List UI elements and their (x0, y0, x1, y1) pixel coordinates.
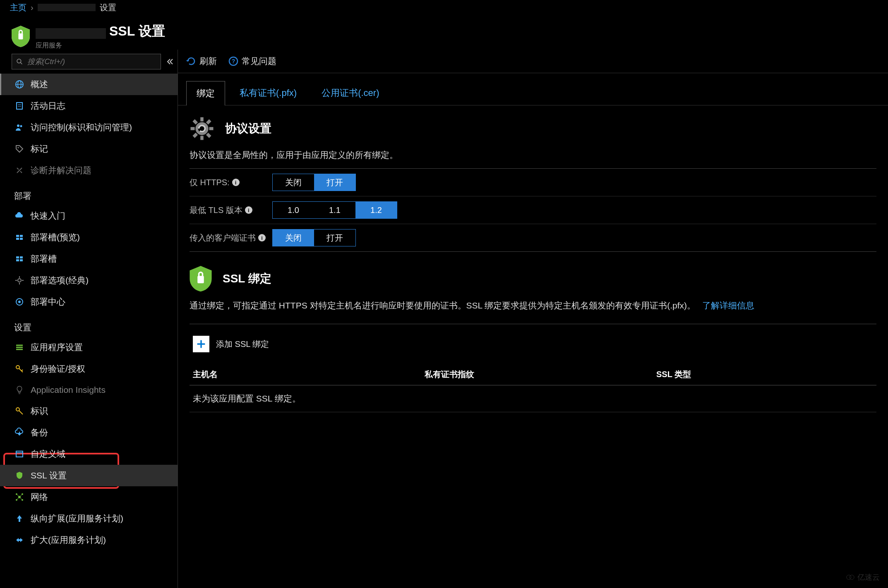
help-icon: ? (228, 56, 238, 59)
search-input[interactable] (27, 57, 156, 60)
svg-text:?: ? (232, 58, 235, 59)
breadcrumb: 主页 › 设置 (0, 0, 888, 15)
refresh-label: 刷新 (199, 55, 217, 59)
main-content: 刷新 ? 常见问题 绑定私有证书(.pfx)公用证书(.cer) 协议设置 协议… (178, 50, 888, 59)
faq-label: 常见问题 (242, 55, 276, 59)
toolbar: 刷新 ? 常见问题 (178, 50, 888, 59)
breadcrumb-sep-icon: › (31, 3, 34, 12)
breadcrumb-home[interactable]: 主页 (10, 2, 26, 13)
refresh-icon (186, 56, 196, 59)
page-subtitle: 应用服务 (36, 41, 165, 50)
header-redacted (36, 28, 106, 39)
shield-icon (12, 26, 30, 47)
refresh-button[interactable]: 刷新 (186, 55, 217, 59)
search-icon (16, 58, 23, 59)
svg-rect-0 (19, 33, 23, 39)
page-title: SSL 设置 (109, 22, 165, 41)
sidebar: 概述活动日志访问控制(标识和访问管理)标记诊断并解决问题 部署 快速入门部署槽(… (0, 50, 178, 59)
breadcrumb-trail: 设置 (100, 2, 116, 13)
faq-button[interactable]: ? 常见问题 (228, 55, 276, 59)
collapse-sidebar-icon[interactable] (164, 57, 174, 59)
breadcrumb-redacted (38, 4, 96, 11)
search-input-wrapper[interactable] (12, 54, 161, 59)
